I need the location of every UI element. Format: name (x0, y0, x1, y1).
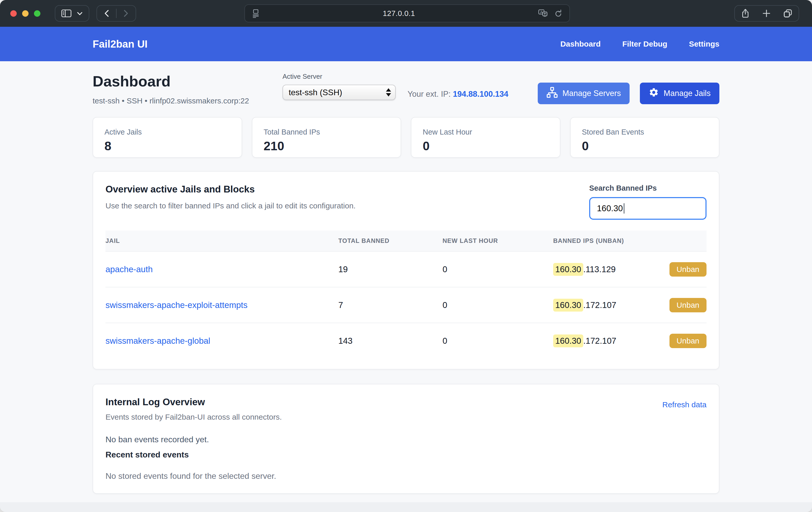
page-content: Dashboard test-ssh • SSH • rlinfp02.swis… (0, 61, 812, 502)
active-server-value: test-ssh (SSH) (289, 88, 386, 97)
overview-subtitle: Use the search to filter banned IPs and … (106, 201, 355, 210)
sidebar-icon (61, 9, 72, 18)
new-last-hour-value: 0 (442, 287, 553, 323)
ip-highlight: 160.30 (553, 299, 583, 312)
active-server-select[interactable]: test-ssh (SSH) (283, 85, 396, 100)
zoom-window-button[interactable] (34, 10, 40, 17)
column-total-banned: TOTAL BANNED (338, 230, 442, 251)
column-banned-ips: BANNED IPS (UNBAN) (553, 230, 706, 251)
table-header-row: JAIL TOTAL BANNED NEW LAST HOUR BANNED I… (106, 230, 706, 251)
url-text[interactable]: 127.0.0.1 (260, 9, 538, 18)
recent-stored-events-heading: Recent stored events (106, 450, 706, 459)
external-ip-label: Your ext. IP: (408, 89, 451, 98)
browser-window: 127.0.0.1 A (0, 0, 812, 512)
manage-jails-label: Manage Jails (664, 89, 710, 98)
manage-servers-button[interactable]: Manage Servers (538, 83, 630, 104)
new-last-hour-value: 0 (442, 251, 553, 287)
forward-button[interactable] (121, 8, 130, 19)
external-ip-link[interactable]: 194.88.100.134 (453, 89, 509, 98)
nav-item-settings[interactable]: Settings (689, 39, 719, 48)
sidebar-toggle-group[interactable] (55, 5, 89, 22)
search-banned-ips-label: Search Banned IPs (589, 184, 706, 193)
unban-button[interactable]: Unban (669, 262, 706, 277)
no-stored-events-text: No stored events found for the selected … (106, 471, 706, 481)
active-server-label: Active Server (283, 73, 396, 81)
search-input-value: 160.30 (597, 203, 623, 213)
stat-label: Stored Ban Events (582, 128, 708, 136)
close-window-button[interactable] (10, 10, 17, 17)
column-jail: JAIL (106, 230, 338, 251)
no-ban-events-text: No ban events recorded yet. (106, 435, 706, 444)
overview-title: Overview active Jails and Blocks (106, 184, 355, 195)
translate-icon[interactable]: A (538, 8, 549, 18)
jail-link[interactable]: swissmakers-apache-global (106, 336, 210, 345)
unban-button[interactable]: Unban (669, 334, 706, 348)
text-cursor (624, 203, 625, 214)
stat-card-total-banned: Total Banned IPs 210 (252, 117, 401, 158)
stat-label: Active Jails (105, 128, 230, 136)
toolbar-right-group (734, 5, 799, 22)
gear-icon (649, 87, 659, 99)
app-navbar: Fail2ban UI Dashboard Filter Debug Setti… (0, 27, 812, 61)
manage-jails-button[interactable]: Manage Jails (640, 83, 719, 104)
stat-value: 8 (105, 139, 230, 153)
reader-icon[interactable] (252, 8, 260, 18)
ip-highlight: 160.30 (553, 263, 583, 276)
total-banned-value: 143 (338, 323, 442, 359)
log-title: Internal Log Overview (106, 397, 282, 407)
history-nav-group (96, 5, 136, 22)
stat-cards: Active Jails 8 Total Banned IPs 210 New … (93, 117, 719, 158)
ip-rest: .113.129 (583, 264, 616, 274)
column-new-last-hour: NEW LAST HOUR (442, 230, 553, 251)
internal-log-card: Internal Log Overview Events stored by F… (93, 384, 719, 494)
nav-item-dashboard[interactable]: Dashboard (560, 39, 601, 48)
manage-servers-label: Manage Servers (562, 89, 621, 98)
stat-value: 0 (582, 139, 708, 153)
chevron-down-icon (77, 11, 83, 16)
stat-card-active-jails: Active Jails 8 (93, 117, 242, 158)
new-tab-icon[interactable] (761, 8, 771, 18)
tab-overview-icon[interactable] (783, 8, 793, 19)
stat-value: 210 (264, 139, 389, 153)
nav-divider (116, 9, 117, 18)
jail-link[interactable]: apache-auth (106, 264, 152, 274)
new-last-hour-value: 0 (442, 323, 553, 359)
table-row: apache-auth 19 0 160.30 .113.129 Unban (106, 251, 706, 287)
app-brand[interactable]: Fail2ban UI (93, 38, 147, 50)
page-title: Dashboard (93, 73, 249, 90)
table-row: swissmakers-apache-global 143 0 160.30 .… (106, 323, 706, 359)
stat-card-stored-ban-events: Stored Ban Events 0 (570, 117, 720, 158)
nav-item-filter-debug[interactable]: Filter Debug (622, 39, 667, 48)
stat-card-new-last-hour: New Last Hour 0 (411, 117, 560, 158)
external-ip: Your ext. IP: 194.88.100.134 (408, 89, 509, 99)
jail-link[interactable]: swissmakers-apache-exploit-attempts (106, 300, 248, 310)
log-subtitle: Events stored by Fail2ban-UI across all … (106, 413, 282, 421)
page-header: Dashboard test-ssh • SSH • rlinfp02.swis… (93, 61, 719, 105)
minimize-window-button[interactable] (22, 10, 29, 17)
sitemap-icon (547, 87, 558, 100)
ip-rest: .172.107 (583, 300, 616, 310)
traffic-lights (10, 10, 40, 17)
back-button[interactable] (103, 8, 111, 19)
share-icon[interactable] (741, 8, 750, 19)
stat-label: New Last Hour (423, 128, 549, 136)
stat-value: 0 (423, 139, 549, 153)
total-banned-value: 19 (338, 251, 442, 287)
jails-table: JAIL TOTAL BANNED NEW LAST HOUR BANNED I… (106, 230, 706, 359)
page-subtitle: test-ssh • SSH • rlinfp02.swissmakers.co… (93, 96, 249, 105)
window-bottom-strip (0, 502, 812, 512)
stat-label: Total Banned IPs (264, 128, 389, 136)
refresh-data-link[interactable]: Refresh data (662, 400, 706, 409)
unban-button[interactable]: Unban (669, 298, 706, 312)
browser-chrome: 127.0.0.1 A (0, 0, 812, 27)
total-banned-value: 7 (338, 287, 442, 323)
overview-card: Overview active Jails and Blocks Use the… (93, 171, 719, 369)
select-arrows-icon (386, 88, 391, 96)
search-banned-ips-input[interactable]: 160.30 (589, 197, 706, 220)
table-row: swissmakers-apache-exploit-attempts 7 0 … (106, 287, 706, 323)
address-bar[interactable]: 127.0.0.1 A (244, 4, 570, 22)
ip-highlight: 160.30 (553, 335, 583, 347)
reload-icon[interactable] (554, 9, 563, 18)
ip-rest: .172.107 (583, 336, 616, 346)
